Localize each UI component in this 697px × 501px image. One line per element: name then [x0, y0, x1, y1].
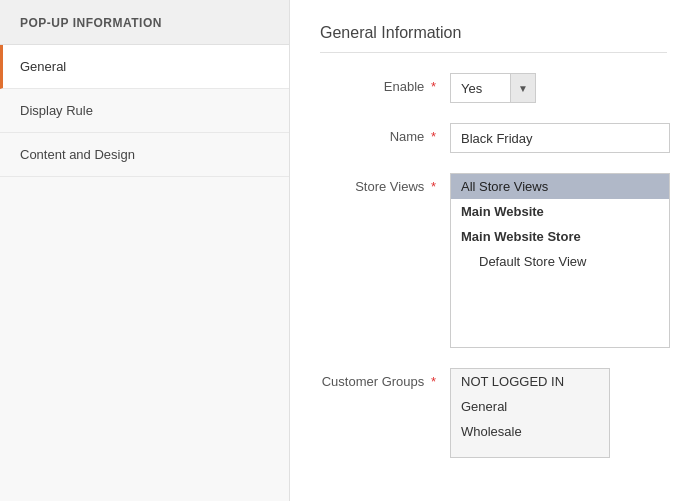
- enable-select-wrap: Yes ▼: [450, 73, 667, 103]
- enable-select-value[interactable]: Yes: [450, 73, 510, 103]
- list-item[interactable]: Default Store View: [451, 249, 669, 274]
- name-row: Name *: [320, 123, 667, 153]
- store-views-list[interactable]: All Store Views Main Website Main Websit…: [450, 173, 670, 348]
- store-views-row: Store Views * All Store Views Main Websi…: [320, 173, 667, 348]
- sidebar-item-label-display-rule: Display Rule: [20, 103, 93, 118]
- main-content: General Information Enable * Yes ▼ Name …: [290, 0, 697, 501]
- list-item[interactable]: General: [451, 394, 609, 419]
- customer-groups-row: Customer Groups * NOT LOGGED IN General …: [320, 368, 667, 458]
- sidebar: POP-UP INFORMATION General Display Rule …: [0, 0, 290, 501]
- customer-groups-list[interactable]: NOT LOGGED IN General Wholesale: [450, 368, 610, 458]
- sidebar-item-label-general: General: [20, 59, 66, 74]
- customer-groups-label: Customer Groups *: [320, 368, 450, 389]
- store-views-required: *: [431, 179, 436, 194]
- section-title: General Information: [320, 24, 667, 53]
- enable-control-wrap: Yes ▼: [450, 73, 667, 103]
- name-input[interactable]: [450, 123, 670, 153]
- enable-row: Enable * Yes ▼: [320, 73, 667, 103]
- name-control-wrap: [450, 123, 670, 153]
- enable-select-arrow[interactable]: ▼: [510, 73, 536, 103]
- customer-groups-control-wrap: NOT LOGGED IN General Wholesale: [450, 368, 667, 458]
- sidebar-item-content-design[interactable]: Content and Design: [0, 133, 289, 177]
- sidebar-item-display-rule[interactable]: Display Rule: [0, 89, 289, 133]
- list-item[interactable]: NOT LOGGED IN: [451, 369, 609, 394]
- name-label: Name *: [320, 123, 450, 144]
- list-item[interactable]: Main Website: [451, 199, 669, 224]
- store-views-label: Store Views *: [320, 173, 450, 194]
- enable-required: *: [431, 79, 436, 94]
- chevron-down-icon: ▼: [518, 83, 528, 94]
- customer-groups-required: *: [431, 374, 436, 389]
- name-required: *: [431, 129, 436, 144]
- list-item[interactable]: Main Website Store: [451, 224, 669, 249]
- sidebar-header: POP-UP INFORMATION: [0, 0, 289, 45]
- sidebar-item-label-content-design: Content and Design: [20, 147, 135, 162]
- list-item[interactable]: All Store Views: [451, 174, 669, 199]
- enable-label: Enable *: [320, 73, 450, 94]
- sidebar-item-general[interactable]: General: [0, 45, 289, 89]
- list-item[interactable]: Wholesale: [451, 419, 609, 444]
- store-views-control-wrap: All Store Views Main Website Main Websit…: [450, 173, 670, 348]
